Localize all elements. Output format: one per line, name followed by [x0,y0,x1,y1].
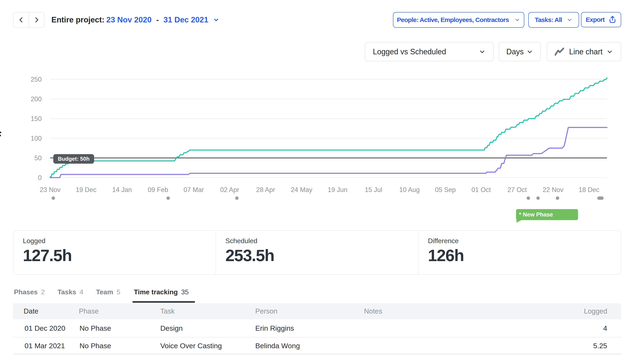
svg-text:02 Apr: 02 Apr [220,186,239,194]
svg-text:07 Mar: 07 Mar [184,186,204,194]
svg-text:18 Dec: 18 Dec [579,186,599,194]
svg-text:200: 200 [31,95,42,103]
svg-text:15 Jul: 15 Jul [365,186,382,194]
svg-text:22 Nov: 22 Nov [543,186,564,194]
svg-text:24 May: 24 May [291,186,312,194]
svg-text:23 Nov: 23 Nov [40,186,61,194]
svg-text:10 Aug: 10 Aug [399,186,420,194]
svg-text:27 Oct: 27 Oct [507,186,527,194]
svg-text:0: 0 [38,174,42,182]
svg-text:14 Jan: 14 Jan [112,186,132,194]
svg-text:01 Oct: 01 Oct [472,186,491,194]
svg-text:19 Dec: 19 Dec [76,186,96,194]
svg-text:50: 50 [34,154,42,162]
svg-text:250: 250 [31,76,42,83]
svg-text:19 Jun: 19 Jun [328,186,347,194]
svg-text:28 Apr: 28 Apr [256,186,275,194]
svg-text:100: 100 [31,135,42,142]
svg-text:05 Sep: 05 Sep [435,186,456,194]
svg-text:09 Feb: 09 Feb [148,186,168,194]
svg-text:150: 150 [31,115,42,122]
